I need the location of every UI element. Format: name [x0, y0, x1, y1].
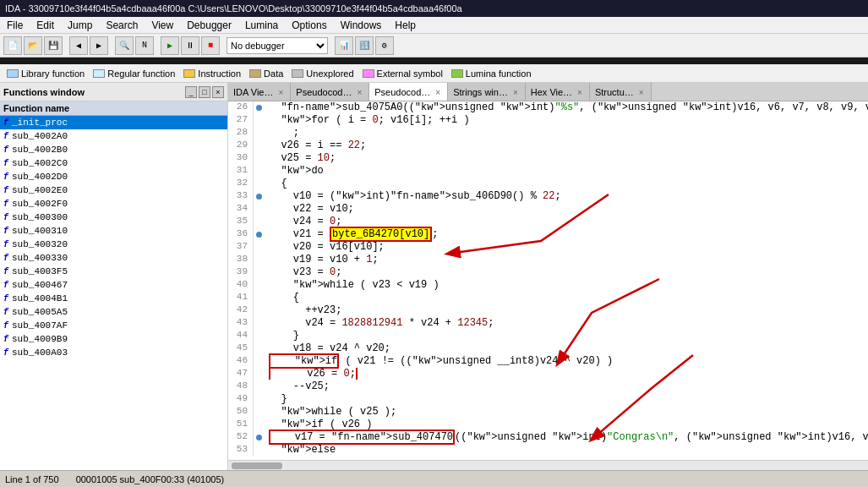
menu-item-edit[interactable]: Edit	[30, 18, 61, 33]
menu-item-debugger[interactable]: Debugger	[180, 18, 238, 33]
function-list-item[interactable]: fsub_4002F0	[0, 197, 227, 211]
line-content: ++v23;	[264, 304, 868, 317]
tab-close-button[interactable]: ×	[434, 88, 442, 97]
function-list-item[interactable]: fsub_4007AF	[0, 319, 227, 332]
breakpoint-dot[interactable]	[254, 127, 264, 140]
toolbar-back[interactable]: ◀	[69, 36, 88, 55]
toolbar-hex[interactable]: 🔢	[355, 36, 374, 55]
toolbar-run[interactable]: ▶	[161, 36, 179, 55]
menu-item-view[interactable]: View	[145, 18, 180, 33]
bottom-scroll-text: 00001005 sub_400F00:33 (401005)	[76, 474, 225, 484]
function-list-item[interactable]: fsub_4002E0	[0, 183, 227, 197]
toolbar-new[interactable]: 📄	[3, 36, 22, 55]
line-content: "fn-name">sub_4075A0(("kw">unsigned "kw"…	[264, 101, 868, 114]
breakpoint-dot[interactable]	[254, 406, 264, 419]
function-list[interactable]: f_init_procfsub_4002A0fsub_4002B0fsub_40…	[0, 116, 227, 470]
toolbar-open[interactable]: 📂	[24, 36, 42, 55]
toolbar-graph[interactable]: 📊	[335, 36, 353, 55]
breakpoint-dot[interactable]	[254, 241, 264, 254]
debugger-select[interactable]: No debugger	[227, 37, 328, 54]
function-name: sub_400320	[12, 239, 68, 249]
breakpoint-dot[interactable]	[254, 152, 264, 165]
breakpoint-dot[interactable]	[254, 317, 264, 330]
breakpoint-dot[interactable]	[254, 266, 264, 279]
tab-close-button[interactable]: ×	[355, 88, 363, 97]
tab-structu-[interactable]: Structu…×	[590, 83, 652, 101]
breakpoint-dot[interactable]	[254, 330, 264, 342]
panel-close[interactable]: ×	[212, 86, 224, 98]
breakpoint-dot[interactable]	[254, 178, 264, 190]
breakpoint-dot[interactable]	[254, 216, 264, 228]
panel-maximize[interactable]: □	[199, 86, 210, 98]
breakpoint-dot[interactable]	[254, 431, 264, 444]
tab-strings-win-[interactable]: Strings win…×	[448, 83, 526, 101]
tab-pseudocod-[interactable]: Pseudocod…×	[291, 83, 369, 101]
line-number: 38	[228, 254, 254, 266]
toolbar-search[interactable]: 🔍	[115, 36, 134, 55]
function-list-item[interactable]: fsub_4002C0	[0, 156, 227, 170]
breakpoint-dot[interactable]	[254, 190, 264, 203]
breakpoint-dot[interactable]	[254, 279, 264, 292]
breakpoint-dot[interactable]	[254, 419, 264, 431]
breakpoint-dot[interactable]	[254, 444, 264, 457]
breakpoint-dot[interactable]	[254, 393, 264, 406]
function-list-item[interactable]: fsub_4009B9	[0, 332, 227, 346]
breakpoint-dot[interactable]	[254, 380, 264, 393]
toolbar-stop[interactable]: ■	[201, 36, 220, 55]
menu-item-help[interactable]: Help	[388, 18, 423, 33]
function-list-item[interactable]: fsub_400310	[0, 224, 227, 238]
menu-item-lumina[interactable]: Lumina	[238, 18, 285, 33]
function-name: sub_400330	[12, 253, 68, 263]
code-area[interactable]: 26 "fn-name">sub_4075A0(("kw">unsigned "…	[228, 101, 868, 460]
function-list-item[interactable]: fsub_400300	[0, 211, 227, 224]
menu-item-windows[interactable]: Windows	[334, 18, 389, 33]
function-list-item[interactable]: fsub_4004B1	[0, 292, 227, 305]
toolbar-names[interactable]: N	[135, 36, 154, 55]
function-list-item[interactable]: fsub_400320	[0, 238, 227, 251]
breakpoint-dot[interactable]	[254, 342, 264, 355]
tab-close-button[interactable]: ×	[511, 88, 520, 97]
function-list-item[interactable]: fsub_400A03	[0, 346, 227, 359]
tab-close-button[interactable]: ×	[576, 88, 584, 97]
breakpoint-dot[interactable]	[254, 101, 264, 114]
menu-item-file[interactable]: File	[0, 18, 30, 33]
breakpoint-dot[interactable]	[254, 114, 264, 127]
tab-close-button[interactable]: ×	[277, 88, 286, 97]
menu-item-options[interactable]: Options	[285, 18, 333, 33]
breakpoint-dot[interactable]	[254, 254, 264, 266]
tab-pseudocod-[interactable]: Pseudocod…×	[369, 83, 448, 101]
function-list-item[interactable]: fsub_400467	[0, 278, 227, 292]
function-list-item[interactable]: fsub_4002A0	[0, 129, 227, 143]
line-number: 33	[228, 190, 254, 203]
function-list-item[interactable]: fsub_4002B0	[0, 143, 227, 156]
function-list-item[interactable]: fsub_4002D0	[0, 170, 227, 183]
breakpoint-dot[interactable]	[254, 292, 264, 304]
function-list-item[interactable]: fsub_4003F5	[0, 265, 227, 278]
function-list-item[interactable]: f_init_proc	[0, 116, 227, 129]
breakpoint-dot[interactable]	[254, 368, 264, 380]
tab-label: Hex Vie…	[531, 87, 572, 97]
horizontal-scrollbar[interactable]	[228, 460, 868, 470]
line-number: 36	[228, 228, 254, 241]
function-list-item[interactable]: fsub_400330	[0, 251, 227, 265]
title-text: IDA - 33009710e3f44f04b5a4cdbaaa46f00a C…	[5, 3, 462, 14]
breakpoint-dot[interactable]	[254, 165, 264, 178]
function-list-item[interactable]: fsub_4005A5	[0, 305, 227, 319]
menu-item-search[interactable]: Search	[99, 18, 145, 33]
menu-item-jump[interactable]: Jump	[61, 18, 99, 33]
tab-ida-vie-[interactable]: IDA Vie…×	[228, 83, 291, 101]
toolbar-pause[interactable]: ⏸	[181, 36, 199, 55]
toolbar-settings[interactable]: ⚙	[375, 36, 394, 55]
tab-close-button[interactable]: ×	[637, 88, 646, 97]
toolbar-fwd[interactable]: ▶	[90, 36, 108, 55]
breakpoint-dot[interactable]	[254, 355, 264, 368]
breakpoint-dot[interactable]	[254, 140, 264, 152]
breakpoint-dot[interactable]	[254, 203, 264, 216]
panel-minimize[interactable]: _	[185, 86, 197, 98]
function-name: sub_4004B1	[12, 293, 68, 304]
tab-hex-vie-[interactable]: Hex Vie…×	[526, 83, 590, 101]
breakpoint-dot[interactable]	[254, 228, 264, 241]
code-line: 53 "kw">else	[228, 444, 868, 457]
breakpoint-dot[interactable]	[254, 304, 264, 317]
toolbar-save[interactable]: 💾	[44, 36, 63, 55]
